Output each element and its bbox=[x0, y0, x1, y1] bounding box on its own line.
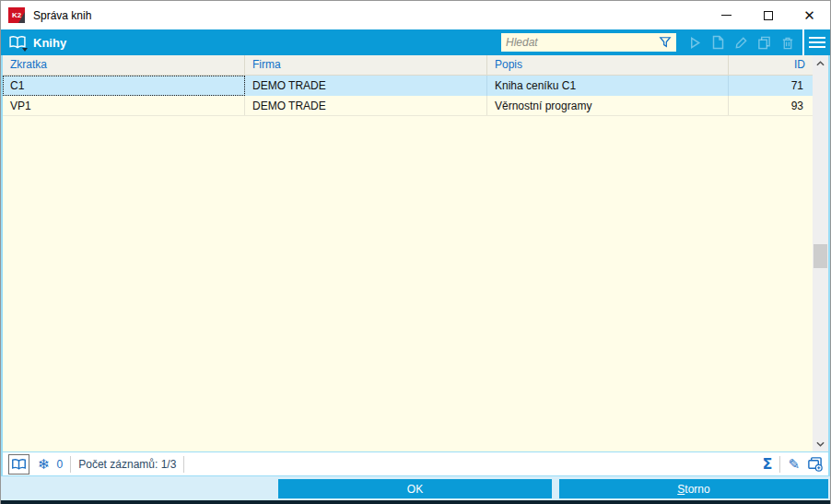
copy-icon bbox=[753, 30, 776, 54]
maximize-button[interactable] bbox=[747, 1, 789, 29]
cell-zkratka[interactable]: VP1 bbox=[3, 96, 245, 115]
ok-button[interactable]: OK bbox=[278, 479, 552, 498]
column-header-popis[interactable]: Popis bbox=[487, 55, 729, 75]
divider bbox=[70, 456, 71, 473]
cell-popis[interactable]: Věrnostní programy bbox=[487, 96, 729, 115]
close-button[interactable]: ✕ bbox=[789, 1, 830, 29]
cell-zkratka[interactable]: C1 bbox=[3, 76, 245, 96]
snowflake-icon[interactable]: ❄ bbox=[38, 456, 50, 473]
cell-popis[interactable]: Kniha ceníku C1 bbox=[487, 76, 729, 96]
chevron-down-icon bbox=[22, 48, 28, 52]
vertical-scrollbar[interactable] bbox=[813, 55, 828, 451]
edit-pencil-icon[interactable]: ✎ bbox=[788, 456, 800, 473]
scrollbar-thumb[interactable] bbox=[813, 244, 827, 268]
window-bottom-edge bbox=[1, 500, 830, 504]
run-icon bbox=[684, 30, 707, 54]
column-header-zkratka[interactable]: Zkratka bbox=[3, 55, 245, 75]
table-header-row: Zkratka Firma Popis ID bbox=[3, 55, 813, 76]
divider bbox=[183, 456, 184, 473]
status-bar: ❄ 0 Počet záznamů: 1/3 Σ ✎ bbox=[3, 451, 828, 476]
search-input[interactable] bbox=[506, 36, 659, 49]
k2-logo-icon: K2 bbox=[8, 7, 25, 23]
hamburger-menu-icon[interactable] bbox=[802, 29, 830, 55]
table-row[interactable]: VP1 DEMO TRADE Věrnostní programy 93 bbox=[3, 96, 813, 116]
books-table: Zkratka Firma Popis ID C1 DEMO TRADE Kni… bbox=[3, 55, 813, 451]
cell-id[interactable]: 71 bbox=[729, 76, 813, 96]
copy-add-icon[interactable] bbox=[807, 456, 823, 472]
record-count-label: Počet záznamů: 1/3 bbox=[78, 458, 176, 471]
close-icon: ✕ bbox=[803, 8, 815, 22]
table-row-selected[interactable]: C1 DEMO TRADE Kniha ceníku C1 71 bbox=[3, 76, 813, 96]
maximize-icon bbox=[764, 11, 773, 20]
divider bbox=[779, 456, 780, 473]
window-title: Správa knih bbox=[33, 9, 91, 22]
column-header-firma[interactable]: Firma bbox=[245, 55, 487, 75]
open-book-icon bbox=[8, 35, 27, 50]
cell-firma[interactable]: DEMO TRADE bbox=[245, 96, 487, 115]
new-document-icon bbox=[707, 30, 730, 54]
scroll-up-icon[interactable] bbox=[813, 55, 828, 71]
app-window: K2 Správa knih ✕ Knihy bbox=[0, 0, 831, 504]
scroll-down-icon[interactable] bbox=[813, 436, 828, 451]
title-bar: K2 Správa knih ✕ bbox=[1, 1, 830, 29]
column-header-id[interactable]: ID bbox=[729, 55, 813, 75]
footer-bar: OK Storno bbox=[1, 476, 830, 500]
content-frame: Zkratka Firma Popis ID C1 DEMO TRADE Kni… bbox=[1, 55, 830, 476]
table-empty-area bbox=[3, 116, 813, 451]
search-box[interactable] bbox=[501, 33, 676, 52]
sum-sigma-icon[interactable]: Σ bbox=[762, 455, 772, 473]
cell-firma[interactable]: DEMO TRADE bbox=[245, 76, 487, 96]
table-area: Zkratka Firma Popis ID C1 DEMO TRADE Kni… bbox=[3, 55, 828, 451]
cell-id[interactable]: 93 bbox=[729, 96, 813, 115]
storno-button[interactable]: Storno bbox=[559, 479, 828, 498]
frozen-count: 0 bbox=[57, 458, 64, 471]
app-bar: Knihy bbox=[1, 29, 830, 55]
edit-pencil-icon bbox=[730, 30, 753, 54]
minimize-icon bbox=[721, 15, 732, 16]
minimize-button[interactable] bbox=[706, 1, 747, 29]
book-view-button[interactable] bbox=[8, 454, 29, 475]
open-book-icon bbox=[11, 458, 27, 471]
delete-trash-icon bbox=[776, 30, 799, 54]
page-title: Knihy bbox=[33, 36, 66, 50]
filter-funnel-icon[interactable] bbox=[659, 36, 672, 49]
